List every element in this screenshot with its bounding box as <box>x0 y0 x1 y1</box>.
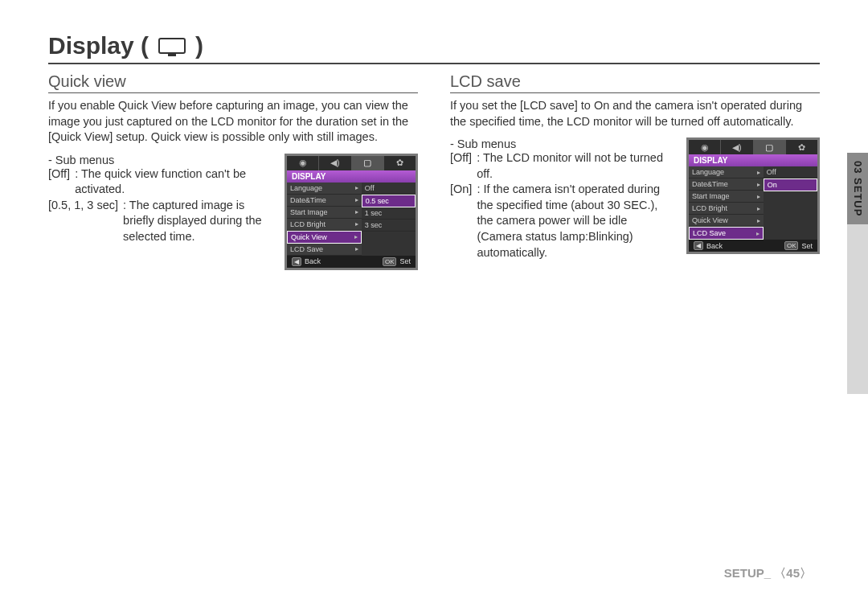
column-quick-view: Quick view If you enable Quick View befo… <box>48 72 418 270</box>
ok-key-icon: OK <box>383 257 397 266</box>
submenu-item: [Off] : The LCD monitor will not be turn… <box>450 150 672 182</box>
back-key-icon: ◀ <box>694 241 703 250</box>
column-lcd-save: LCD save If you set the [LCD save] to On… <box>450 72 820 270</box>
title-suffix: ) <box>195 32 203 59</box>
submenus-label: - Sub menus <box>450 137 672 150</box>
lcd-left-item-selected: Quick View▸ <box>287 231 362 244</box>
lcd-save-submenus: - Sub menus [Off] : The LCD monitor will… <box>450 137 672 261</box>
set-label: Set <box>801 242 813 250</box>
back-key-icon: ◀ <box>292 257 301 266</box>
submenu-value: : The captured image is briefly displaye… <box>123 198 270 245</box>
lcd-menu-title: DISPLAY <box>689 154 817 166</box>
lcd-right-item-selected: 0.5 sec <box>362 195 416 207</box>
lcd-save-paragraph: If you set the [LCD save] to On and the … <box>450 98 820 129</box>
lcd-left-item: Language▸ <box>287 183 362 195</box>
side-thumb-tab: 03 SETUP <box>847 153 868 394</box>
title-prefix: Display ( <box>48 32 149 59</box>
quick-view-submenus: - Sub menus [Off] : The quick view funct… <box>48 154 270 245</box>
svg-rect-1 <box>168 53 176 56</box>
svg-rect-0 <box>159 39 185 53</box>
submenu-value: : The LCD monitor will not be turned off… <box>477 150 672 182</box>
lcd-left-item: Quick View▸ <box>689 215 764 227</box>
display-icon: ▢ <box>352 156 384 170</box>
display-icon <box>158 33 186 59</box>
lcd-left-list: Language▸ Date&Time▸ Start Image▸ LCD Br… <box>287 183 362 256</box>
lcd-right-item: Off <box>362 183 416 195</box>
lcd-screenshot-quick-view: ◉ ◀) ▢ ✿ DISPLAY Language▸ Date&Time▸ St… <box>285 154 418 270</box>
lcd-left-item: Start Image▸ <box>689 191 764 203</box>
page-footer-label: SETUP_ 〈45〉 <box>724 566 812 581</box>
lcd-right-item: Off <box>764 166 817 178</box>
lcd-left-item: Language▸ <box>689 166 764 178</box>
submenus-label: - Sub menus <box>48 154 270 166</box>
lcd-right-item: 1 sec <box>362 207 416 219</box>
lcd-left-item: LCD Bright▸ <box>287 219 362 231</box>
lcd-left-item-selected: LCD Save▸ <box>689 227 764 240</box>
lcd-left-item: LCD Bright▸ <box>689 203 764 215</box>
lcd-right-item: 3 sec <box>362 219 416 232</box>
submenu-item: [Off] : The quick view function can't be… <box>48 166 270 198</box>
submenu-item: [On] : If the camera isn't operated duri… <box>450 182 672 261</box>
submenu-key: [Off] <box>48 166 70 183</box>
content-columns: Quick view If you enable Quick View befo… <box>48 72 820 270</box>
quick-view-paragraph: If you enable Quick View before capturin… <box>48 98 418 146</box>
lcd-left-item: Date&Time▸ <box>689 178 764 191</box>
sound-icon: ◀) <box>721 140 753 154</box>
lcd-footer: ◀Back OKSet <box>287 256 416 268</box>
side-tab-label: 03 SETUP <box>847 153 868 224</box>
sound-icon: ◀) <box>319 156 351 170</box>
submenu-key: [Off] <box>450 150 472 166</box>
submenu-key: [On] <box>450 182 472 198</box>
lcd-right-item-selected: On <box>764 178 817 191</box>
camera-icon: ◉ <box>287 156 319 170</box>
page-title: Display ( ) <box>48 32 820 64</box>
submenu-value: : If the camera isn't operated during th… <box>477 182 672 261</box>
submenu-key: [0.5, 1, 3 sec] <box>48 198 118 214</box>
lcd-left-item: Date&Time▸ <box>287 195 362 207</box>
lcd-left-item: Start Image▸ <box>287 207 362 219</box>
lcd-right-list: Off 0.5 sec 1 sec 3 sec <box>362 183 416 256</box>
back-label: Back <box>305 257 321 265</box>
lcd-left-item: LCD Save▸ <box>287 244 362 256</box>
subheading-quick-view: Quick view <box>48 72 418 93</box>
camera-icon: ◉ <box>689 140 721 154</box>
submenu-value: : The quick view function can't be activ… <box>75 166 270 198</box>
lcd-right-list: Off On <box>764 166 817 240</box>
submenu-item: [0.5, 1, 3 sec] : The captured image is … <box>48 198 270 245</box>
display-icon: ▢ <box>754 140 786 154</box>
lcd-menu-title: DISPLAY <box>287 170 416 183</box>
setup-icon: ✿ <box>786 140 817 154</box>
manual-page: Display ( ) Quick view If you enable Qui… <box>0 0 868 599</box>
subheading-lcd-save: LCD save <box>450 72 820 93</box>
set-label: Set <box>399 257 411 265</box>
setup-icon: ✿ <box>384 156 416 170</box>
ok-key-icon: OK <box>784 241 799 250</box>
side-tab-faded <box>847 224 868 394</box>
lcd-footer: ◀Back OKSet <box>689 240 817 252</box>
lcd-left-list: Language▸ Date&Time▸ Start Image▸ LCD Br… <box>689 166 764 240</box>
lcd-screenshot-lcd-save: ◉ ◀) ▢ ✿ DISPLAY Language▸ Date&Time▸ St… <box>686 137 820 254</box>
back-label: Back <box>706 242 723 250</box>
